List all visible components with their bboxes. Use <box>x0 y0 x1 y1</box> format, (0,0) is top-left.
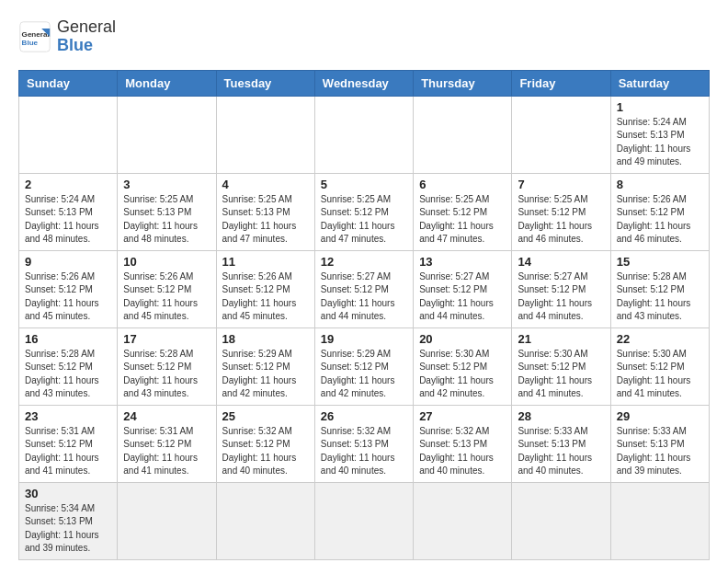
calendar-cell: 1Sunrise: 5:24 AMSunset: 5:13 PMDaylight… <box>610 96 709 173</box>
day-number: 20 <box>419 332 506 346</box>
day-info: Sunrise: 5:24 AMSunset: 5:13 PMDaylight:… <box>617 116 703 169</box>
calendar-cell: 24Sunrise: 5:31 AMSunset: 5:12 PMDayligh… <box>118 405 216 482</box>
day-number: 6 <box>419 178 506 191</box>
day-number: 24 <box>123 409 210 423</box>
weekday-header-row: SundayMondayTuesdayWednesdayThursdayFrid… <box>19 70 710 96</box>
day-number: 19 <box>321 332 407 346</box>
weekday-header-tuesday: Tuesday <box>216 70 314 96</box>
day-number: 22 <box>617 332 703 346</box>
calendar-cell: 30Sunrise: 5:34 AMSunset: 5:13 PMDayligh… <box>19 482 118 559</box>
calendar-cell: 4Sunrise: 5:25 AMSunset: 5:13 PMDaylight… <box>216 173 314 250</box>
calendar-cell: 29Sunrise: 5:33 AMSunset: 5:13 PMDayligh… <box>610 405 709 482</box>
day-number: 29 <box>617 409 703 423</box>
calendar-cell: 23Sunrise: 5:31 AMSunset: 5:12 PMDayligh… <box>19 405 118 482</box>
calendar-cell: 26Sunrise: 5:32 AMSunset: 5:13 PMDayligh… <box>314 405 413 482</box>
calendar-cell <box>414 96 512 173</box>
calendar-cell <box>118 96 216 173</box>
day-number: 11 <box>222 255 309 269</box>
calendar-cell: 27Sunrise: 5:32 AMSunset: 5:13 PMDayligh… <box>414 405 512 482</box>
day-number: 23 <box>25 409 111 423</box>
weekday-header-wednesday: Wednesday <box>314 70 413 96</box>
day-number: 21 <box>518 332 604 346</box>
day-number: 18 <box>222 332 309 346</box>
calendar-cell: 10Sunrise: 5:26 AMSunset: 5:12 PMDayligh… <box>118 250 216 327</box>
day-info: Sunrise: 5:28 AMSunset: 5:12 PMDaylight:… <box>123 348 210 401</box>
day-number: 13 <box>419 255 506 269</box>
weekday-header-sunday: Sunday <box>19 70 118 96</box>
day-info: Sunrise: 5:27 AMSunset: 5:12 PMDaylight:… <box>419 270 506 324</box>
calendar-cell: 2Sunrise: 5:24 AMSunset: 5:13 PMDaylight… <box>19 173 118 250</box>
day-info: Sunrise: 5:31 AMSunset: 5:12 PMDaylight:… <box>25 425 111 478</box>
calendar-cell: 16Sunrise: 5:28 AMSunset: 5:12 PMDayligh… <box>19 327 118 405</box>
weekday-header-saturday: Saturday <box>610 70 709 96</box>
day-number: 9 <box>25 255 111 269</box>
calendar-cell: 7Sunrise: 5:25 AMSunset: 5:12 PMDaylight… <box>512 173 610 250</box>
weekday-header-friday: Friday <box>512 70 610 96</box>
calendar-cell: 14Sunrise: 5:27 AMSunset: 5:12 PMDayligh… <box>512 250 610 327</box>
day-info: Sunrise: 5:34 AMSunset: 5:13 PMDaylight:… <box>25 502 111 556</box>
day-number: 14 <box>518 255 604 269</box>
day-info: Sunrise: 5:28 AMSunset: 5:12 PMDaylight:… <box>25 348 111 401</box>
day-info: Sunrise: 5:29 AMSunset: 5:12 PMDaylight:… <box>222 348 309 401</box>
week-row-3: 9Sunrise: 5:26 AMSunset: 5:12 PMDaylight… <box>19 250 710 327</box>
calendar-cell <box>314 96 413 173</box>
calendar-cell: 9Sunrise: 5:26 AMSunset: 5:12 PMDaylight… <box>19 250 118 327</box>
page-header: General Blue General Blue <box>18 18 710 55</box>
weekday-header-monday: Monday <box>118 70 216 96</box>
day-number: 26 <box>321 409 407 423</box>
week-row-2: 2Sunrise: 5:24 AMSunset: 5:13 PMDaylight… <box>19 173 710 250</box>
calendar-cell: 8Sunrise: 5:26 AMSunset: 5:12 PMDaylight… <box>610 173 709 250</box>
day-number: 27 <box>419 409 506 423</box>
day-info: Sunrise: 5:33 AMSunset: 5:13 PMDaylight:… <box>617 425 703 478</box>
week-row-5: 23Sunrise: 5:31 AMSunset: 5:12 PMDayligh… <box>19 405 710 482</box>
day-number: 12 <box>321 255 407 269</box>
weekday-header-thursday: Thursday <box>414 70 512 96</box>
calendar-cell: 25Sunrise: 5:32 AMSunset: 5:12 PMDayligh… <box>216 405 314 482</box>
day-number: 30 <box>25 487 111 500</box>
day-number: 2 <box>25 178 111 191</box>
calendar-cell <box>414 482 512 559</box>
day-number: 28 <box>518 409 604 423</box>
calendar-cell: 11Sunrise: 5:26 AMSunset: 5:12 PMDayligh… <box>216 250 314 327</box>
calendar-cell: 19Sunrise: 5:29 AMSunset: 5:12 PMDayligh… <box>314 327 413 405</box>
day-info: Sunrise: 5:33 AMSunset: 5:13 PMDaylight:… <box>518 425 604 478</box>
day-info: Sunrise: 5:32 AMSunset: 5:13 PMDaylight:… <box>321 425 407 478</box>
day-number: 16 <box>25 332 111 346</box>
calendar-table: SundayMondayTuesdayWednesdayThursdayFrid… <box>18 70 710 560</box>
logo-icon: General Blue <box>18 20 51 53</box>
day-info: Sunrise: 5:26 AMSunset: 5:12 PMDaylight:… <box>617 193 703 247</box>
day-number: 5 <box>321 178 407 191</box>
day-info: Sunrise: 5:32 AMSunset: 5:13 PMDaylight:… <box>419 425 506 478</box>
calendar-cell <box>314 482 413 559</box>
day-info: Sunrise: 5:25 AMSunset: 5:13 PMDaylight:… <box>123 193 210 247</box>
calendar-cell: 17Sunrise: 5:28 AMSunset: 5:12 PMDayligh… <box>118 327 216 405</box>
day-number: 4 <box>222 178 309 191</box>
day-number: 15 <box>617 255 703 269</box>
day-info: Sunrise: 5:25 AMSunset: 5:12 PMDaylight:… <box>419 193 506 247</box>
day-info: Sunrise: 5:27 AMSunset: 5:12 PMDaylight:… <box>321 270 407 324</box>
day-number: 7 <box>518 178 604 191</box>
calendar-cell: 22Sunrise: 5:30 AMSunset: 5:12 PMDayligh… <box>610 327 709 405</box>
calendar-cell: 12Sunrise: 5:27 AMSunset: 5:12 PMDayligh… <box>314 250 413 327</box>
calendar-cell <box>512 96 610 173</box>
day-number: 17 <box>123 332 210 346</box>
logo: General Blue General Blue <box>18 18 116 55</box>
week-row-6: 30Sunrise: 5:34 AMSunset: 5:13 PMDayligh… <box>19 482 710 559</box>
logo-general: General <box>57 17 116 36</box>
day-info: Sunrise: 5:30 AMSunset: 5:12 PMDaylight:… <box>419 348 506 401</box>
day-number: 3 <box>123 178 210 191</box>
day-info: Sunrise: 5:30 AMSunset: 5:12 PMDaylight:… <box>518 348 604 401</box>
day-number: 1 <box>617 100 703 114</box>
calendar-cell: 20Sunrise: 5:30 AMSunset: 5:12 PMDayligh… <box>414 327 512 405</box>
calendar-cell <box>610 482 709 559</box>
day-info: Sunrise: 5:27 AMSunset: 5:12 PMDaylight:… <box>518 270 604 324</box>
day-info: Sunrise: 5:26 AMSunset: 5:12 PMDaylight:… <box>25 270 111 324</box>
day-info: Sunrise: 5:28 AMSunset: 5:12 PMDaylight:… <box>617 270 703 324</box>
calendar-cell <box>216 482 314 559</box>
day-info: Sunrise: 5:25 AMSunset: 5:13 PMDaylight:… <box>222 193 309 247</box>
week-row-4: 16Sunrise: 5:28 AMSunset: 5:12 PMDayligh… <box>19 327 710 405</box>
logo-blue: Blue <box>57 36 93 54</box>
day-info: Sunrise: 5:26 AMSunset: 5:12 PMDaylight:… <box>222 270 309 324</box>
calendar-cell: 6Sunrise: 5:25 AMSunset: 5:12 PMDaylight… <box>414 173 512 250</box>
week-row-1: 1Sunrise: 5:24 AMSunset: 5:13 PMDaylight… <box>19 96 710 173</box>
